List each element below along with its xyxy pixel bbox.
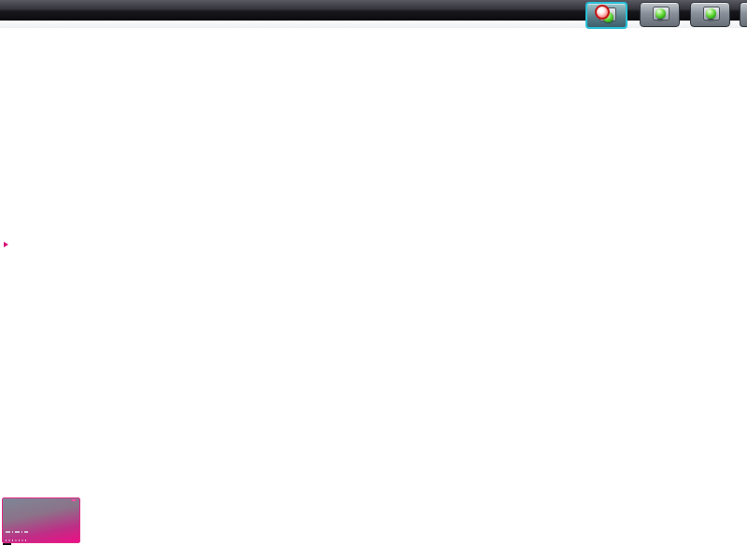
toolbar-button-display-b[interactable] [690, 2, 730, 27]
dashdot-pattern-icon [6, 530, 28, 534]
toolbar-button-auto-setup[interactable] [585, 2, 627, 29]
coupling-badge [71, 499, 77, 501]
toolbar-strip [0, 21, 747, 28]
dotted-pattern-icon [6, 539, 28, 542]
green-orb-icon [706, 8, 716, 19]
green-orb-icon [655, 8, 666, 19]
toolbar-button-partial[interactable] [740, 2, 747, 27]
volts-per-div-label [6, 510, 77, 519]
lecroy-logo [3, 543, 11, 545]
channel-descriptor-c2[interactable] [2, 497, 80, 543]
toolbar-button-display-a[interactable] [640, 2, 680, 27]
offset-label [6, 519, 77, 528]
alarm-clock-icon [595, 5, 610, 20]
menu-bar [0, 0, 747, 21]
measurement-table [0, 452, 747, 493]
